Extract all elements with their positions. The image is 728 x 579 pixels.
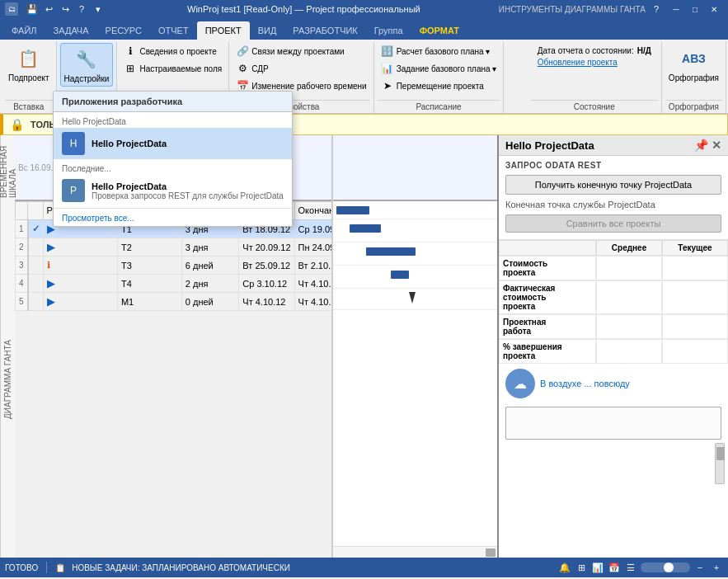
table-row[interactable]: 3ℹT36 днейВт 25.09.12Вт 2.10.122 <box>16 257 332 275</box>
tab-format[interactable]: ФОРМАТ <box>411 21 467 40</box>
rest-item-text: Hello ProjectData Проверка запросов REST… <box>92 181 284 200</box>
rest-item-title: Hello ProjectData <box>92 181 284 191</box>
tab-developer[interactable]: РАЗРАБОТЧИК <box>284 21 365 40</box>
row-end[interactable]: Ср 19.09.12 <box>294 220 331 238</box>
save-button[interactable]: 💾 <box>25 2 40 16</box>
row-task-name[interactable]: M1 <box>117 293 181 311</box>
zoom-slider[interactable] <box>641 563 690 572</box>
timeline-label: ВРЕМЕННАЯ ШКАЛА <box>0 135 15 201</box>
row-task-name[interactable]: T4 <box>117 275 181 293</box>
row-check[interactable] <box>28 238 44 257</box>
row-duration[interactable]: 2 дня <box>181 275 239 293</box>
row-check[interactable]: ✓ <box>28 220 44 238</box>
question-btn[interactable]: ? <box>649 2 664 16</box>
tab-view[interactable]: ВИД <box>250 21 285 40</box>
title-bar-left: 🗂 💾 ↩ ↪ ? ▾ <box>5 2 109 16</box>
compare-projects-btn[interactable]: Сравнить все проекты <box>505 214 721 233</box>
tab-file[interactable]: ФАЙЛ <box>3 21 45 40</box>
help-button[interactable]: ? <box>74 2 89 16</box>
undo-button[interactable]: ↩ <box>41 2 56 16</box>
spell-group-label: Орфография <box>665 100 722 113</box>
hello-item-text: Hello ProjectData <box>92 139 167 148</box>
panel-scrollbar-track[interactable] <box>715 443 725 484</box>
row-duration[interactable]: 6 дней <box>181 257 239 275</box>
dropdown-item-hello[interactable]: H Hello ProjectData <box>54 128 292 159</box>
row-start[interactable]: Вт 25.09.12 <box>239 257 294 275</box>
dropdown-item-rest[interactable]: P Hello ProjectData Проверка запросов RE… <box>54 175 292 206</box>
metric-actual-cost-cur <box>662 280 728 314</box>
row-check[interactable] <box>28 275 44 293</box>
gantt-bar-3 <box>366 247 416 256</box>
metric-cost-label: Стоимостьпроекта <box>499 256 596 280</box>
close-button[interactable]: ✕ <box>705 3 723 15</box>
restore-button[interactable]: □ <box>686 3 704 15</box>
panel-close-btn[interactable]: ✕ <box>712 139 721 152</box>
calculate-btn[interactable]: 🔢 Расчет базового плана ▾ <box>378 43 500 59</box>
insert-subproject-btn[interactable]: 📋 Подпроект <box>5 43 53 85</box>
row-number: 3 <box>16 257 28 275</box>
get-endpoint-btn[interactable]: Получить конечную точку ProjectData <box>505 175 721 195</box>
dropdown-active-label: Hello ProjectData <box>54 112 292 128</box>
row-end[interactable]: Вт 2.10.12 <box>294 257 331 275</box>
right-panel-title: Hello ProjectData <box>505 139 594 152</box>
table-row[interactable]: 4▶T42 дняСр 3.10.12Чт 4.10.123 <box>16 275 332 293</box>
panel-pin-btn[interactable]: 📌 <box>694 139 708 152</box>
row-check[interactable] <box>28 257 44 275</box>
custom-fields-icon: ⊞ <box>124 62 137 75</box>
table-row[interactable]: 2▶T23 дняЧт 20.09.12Пн 24.09.121 <box>16 238 332 257</box>
status-icon-1[interactable]: 🔔 <box>558 561 571 574</box>
status-icon-2[interactable]: ⊞ <box>575 561 588 574</box>
tab-report[interactable]: ОТЧЕТ <box>150 21 197 40</box>
status-icon-gantt[interactable]: 📊 <box>591 561 604 574</box>
zoom-in-btn[interactable]: + <box>710 561 723 574</box>
row-mode: ▶ <box>43 275 117 293</box>
app-icon[interactable]: 🗂 <box>5 2 18 16</box>
row-duration[interactable]: 0 дней <box>181 293 239 311</box>
row-task-name[interactable]: T2 <box>117 238 181 257</box>
dropdown-view-all[interactable]: Просмотреть все... <box>54 210 292 226</box>
row-start[interactable]: Ср 3.10.12 <box>239 275 294 293</box>
qa-dropdown[interactable]: ▾ <box>91 2 106 16</box>
project-info-btn[interactable]: ℹ Сведения о проекте <box>120 43 225 59</box>
col-header-cur: Текущее <box>662 240 728 256</box>
row-end[interactable]: Чт 4.10.12 <box>294 293 331 311</box>
set-baseline-btn[interactable]: 📊 Задание базового плана ▾ <box>378 60 500 77</box>
update-label[interactable]: Обновление проекта <box>538 58 618 67</box>
row-duration[interactable]: 3 дня <box>181 238 239 257</box>
status-icon-list[interactable]: ☰ <box>624 561 637 574</box>
tab-group[interactable]: Группа <box>366 21 411 40</box>
panel-input[interactable] <box>505 407 721 440</box>
panel-scrollbar-thumb[interactable] <box>716 447 725 460</box>
tab-project[interactable]: ПРОЕКТ <box>197 21 250 40</box>
gantt-bars <box>333 201 497 546</box>
zoom-thumb[interactable] <box>664 563 674 572</box>
tab-resource[interactable]: РЕСУРС <box>97 21 150 40</box>
status-task-label: НОВЫЕ ЗАДАЧИ: ЗАПЛАНИРОВАНО АВТОМАТИЧЕСК… <box>72 563 290 572</box>
metric-work-label: Проектнаяработа <box>499 314 596 339</box>
gantt-mode-icon: ▶ <box>47 277 55 290</box>
move-project-btn[interactable]: ➤ Перемещение проекта <box>378 78 500 94</box>
row-end[interactable]: Чт 4.10.12 <box>294 275 331 293</box>
horizontal-scrollbar[interactable] <box>333 546 497 558</box>
minimize-button[interactable]: ─ <box>667 3 685 15</box>
hello-item-title: Hello ProjectData <box>92 139 167 148</box>
status-right-icons: 🔔 ⊞ 📊 📅 ☰ − + <box>558 561 723 574</box>
spell-btn[interactable]: АВЗ Орфография <box>665 43 722 85</box>
row-start[interactable]: Чт 20.09.12 <box>239 238 294 257</box>
zoom-out-btn[interactable]: − <box>693 561 707 574</box>
redo-button[interactable]: ↪ <box>58 2 73 16</box>
table-scroll[interactable]: Режим задачи ▾ Имя задачи ▾ Операции ▾ Н… <box>15 201 331 558</box>
links-btn[interactable]: 🔗 Связи между проектами <box>232 43 369 59</box>
row-task-name[interactable]: T3 <box>117 257 181 275</box>
row-check[interactable] <box>28 293 44 311</box>
tab-task[interactable]: ЗАДАЧА <box>45 21 97 40</box>
status-icon-calendar-view[interactable]: 📅 <box>608 561 621 574</box>
table-row[interactable]: 5▶M10 днейЧт 4.10.12Чт 4.10.124 <box>16 293 332 311</box>
wbs-btn[interactable]: ⚙ СДР <box>232 60 369 77</box>
custom-fields-btn[interactable]: ⊞ Настраиваемые поля <box>120 60 225 77</box>
col-end[interactable]: Окончание ▾ <box>294 202 331 220</box>
scroll-right-btn[interactable] <box>486 548 496 557</box>
row-end[interactable]: Пн 24.09.12 <box>294 238 331 257</box>
addins-btn[interactable]: 🔧 Надстройки <box>60 43 114 87</box>
row-start[interactable]: Чт 4.10.12 <box>239 293 294 311</box>
